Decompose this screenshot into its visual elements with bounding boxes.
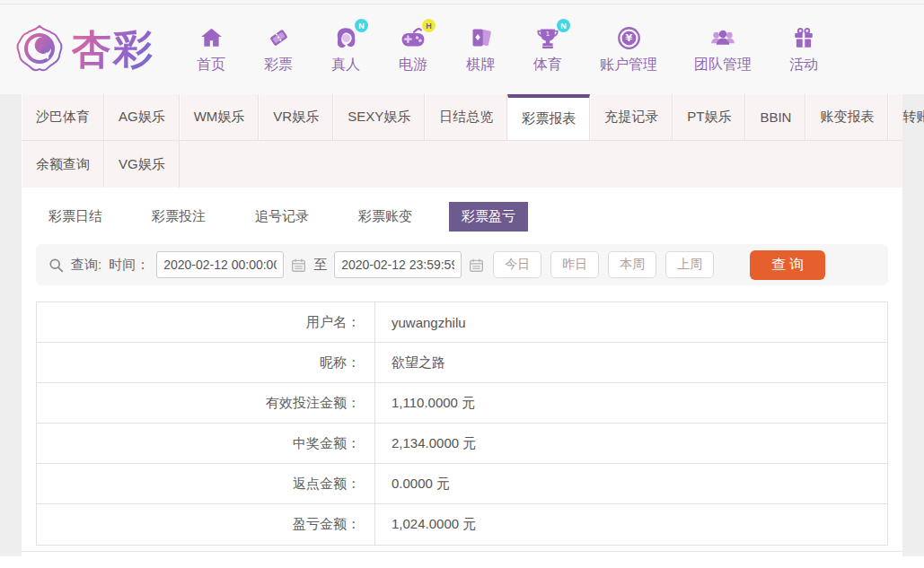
nav-item-home[interactable]: 首页 [196,24,226,74]
date-from-input[interactable] [156,251,284,278]
nav-item-account[interactable]: ¥ 账户管理 [600,24,657,74]
last-week-button[interactable]: 上周 [665,251,714,278]
right-gutter [902,94,924,556]
live-person-icon: N [330,24,361,51]
brand-logo[interactable]: 杏彩 [13,22,154,76]
calendar-icon[interactable] [469,258,484,273]
table-row: 有效投注金额： 1,110.0000 元 [37,383,887,424]
svg-text:¥: ¥ [625,32,632,44]
nav-item-team[interactable]: 团队管理 [694,24,752,74]
tab-daily-overview[interactable]: 日结总览 [425,94,507,140]
profit-loss-table: 用户名： yuwangzhilu 昵称： 欲望之路 有效投注金额： 1,110.… [36,301,888,546]
tab-deposit-withdraw[interactable]: 充提记录 [590,94,673,140]
winning-amount-value: 2,134.0000 元 [375,424,887,463]
subtab-lottery-bets[interactable]: 彩票投注 [139,202,218,232]
content-panel: 沙巴体育 AG娱乐 WM娱乐 VR娱乐 SEXY娱乐 日结总览 彩票报表 充提记… [22,94,902,552]
rebate-amount-value: 0.0000 元 [375,464,887,503]
table-row: 返点金额： 0.0000 元 [37,464,887,504]
nav-item-egames[interactable]: H 电游 [398,24,428,74]
cards-icon [465,24,496,51]
nav-label: 活动 [789,56,818,74]
table-row: 盈亏金额： 1,024.0000 元 [37,504,887,545]
table-row: 中奖金额： 2,134.0000 元 [37,424,887,464]
tab-pt[interactable]: PT娱乐 [673,94,745,140]
nav-label: 彩票 [264,56,293,74]
badge-n: N [557,19,570,32]
row-label: 中奖金额： [37,424,375,463]
tab-account-change[interactable]: 账变报表 [805,94,888,140]
row-label: 用户名： [37,302,375,342]
valid-bet-amount-value: 1,110.0000 元 [375,383,887,423]
row-label: 盈亏金额： [37,504,375,545]
header: 杏彩 首页 彩票 [0,4,924,94]
table-row: 用户名： yuwangzhilu [37,302,887,343]
tab-row-2: 余额查询 VG娱乐 [22,141,902,188]
time-label: 时间： [109,257,149,274]
subtab-lottery-daily[interactable]: 彩票日结 [36,202,115,232]
calendar-icon[interactable] [291,258,306,273]
yesterday-button[interactable]: 昨日 [550,251,599,278]
team-icon [708,24,738,51]
sub-tabs: 彩票日结 彩票投注 追号记录 彩票账变 彩票盈亏 [22,188,902,242]
row-label: 返点金额： [37,464,375,503]
tab-lottery-report[interactable]: 彩票报表 [507,94,590,140]
gamepad-icon: H [398,24,428,51]
brand-flower-icon [13,22,66,76]
tab-bar: 沙巴体育 AG娱乐 WM娱乐 VR娱乐 SEXY娱乐 日结总览 彩票报表 充提记… [22,94,902,188]
badge-h: H [422,19,436,32]
tab-ag[interactable]: AG娱乐 [104,94,180,140]
ticket-icon [263,24,294,51]
nav-label: 真人 [331,56,360,74]
subtab-lottery-profit-loss[interactable]: 彩票盈亏 [449,202,528,232]
svg-text:1: 1 [546,29,550,37]
tab-balance-query[interactable]: 余额查询 [22,141,104,188]
nav-label: 首页 [197,56,225,74]
table-row: 昵称： 欲望之路 [37,343,887,383]
tab-transfer-report[interactable]: 转账报表 [888,94,924,140]
search-bar: 查询: 时间： 至 今日 昨日 本周 上周 查 询 [36,244,888,285]
brand-name: 杏彩 [72,23,154,76]
profit-loss-amount-value: 1,024.0000 元 [375,504,887,545]
today-button[interactable]: 今日 [493,251,541,278]
row-label: 昵称： [37,343,375,382]
coin-icon: ¥ [613,24,644,51]
query-label: 查询: [71,257,101,274]
tab-sexy[interactable]: SEXY娱乐 [333,94,425,140]
nav-item-cards[interactable]: 棋牌 [465,24,496,74]
left-gutter [0,94,22,556]
badge-n: N [355,19,368,32]
nav-item-sports[interactable]: 1 N 体育 [532,24,563,74]
nav-item-activity[interactable]: 活动 [788,24,819,74]
nickname-value: 欲望之路 [375,343,887,382]
to-label: 至 [313,257,327,274]
main-nav: 首页 彩票 N 真人 [196,24,819,74]
date-to-input[interactable] [334,251,462,278]
tab-shaba-sports[interactable]: 沙巴体育 [22,94,104,140]
tab-bbin[interactable]: BBIN [745,94,805,140]
username-value: yuwangzhilu [375,302,887,342]
tab-vg[interactable]: VG娱乐 [104,141,180,188]
tab-vr[interactable]: VR娱乐 [259,94,333,140]
nav-item-live[interactable]: N 真人 [330,24,361,74]
nav-item-lottery[interactable]: 彩票 [263,24,294,74]
search-icon [48,258,64,273]
nav-label: 账户管理 [600,56,657,74]
tab-row-1: 沙巴体育 AG娱乐 WM娱乐 VR娱乐 SEXY娱乐 日结总览 彩票报表 充提记… [22,94,902,141]
query-submit-button[interactable]: 查 询 [750,250,825,280]
subtab-lottery-account-change[interactable]: 彩票账变 [346,202,425,232]
this-week-button[interactable]: 本周 [608,251,656,278]
gift-icon [788,24,819,51]
tab-wm[interactable]: WM娱乐 [180,94,260,140]
nav-label: 电游 [399,56,427,74]
nav-label: 棋牌 [466,56,495,74]
subtab-chase-records[interactable]: 追号记录 [242,202,321,232]
nav-label: 体育 [533,56,562,74]
home-icon [196,24,226,51]
trophy-icon: 1 N [532,24,563,51]
nav-label: 团队管理 [694,56,752,74]
row-label: 有效投注金额： [37,383,375,423]
